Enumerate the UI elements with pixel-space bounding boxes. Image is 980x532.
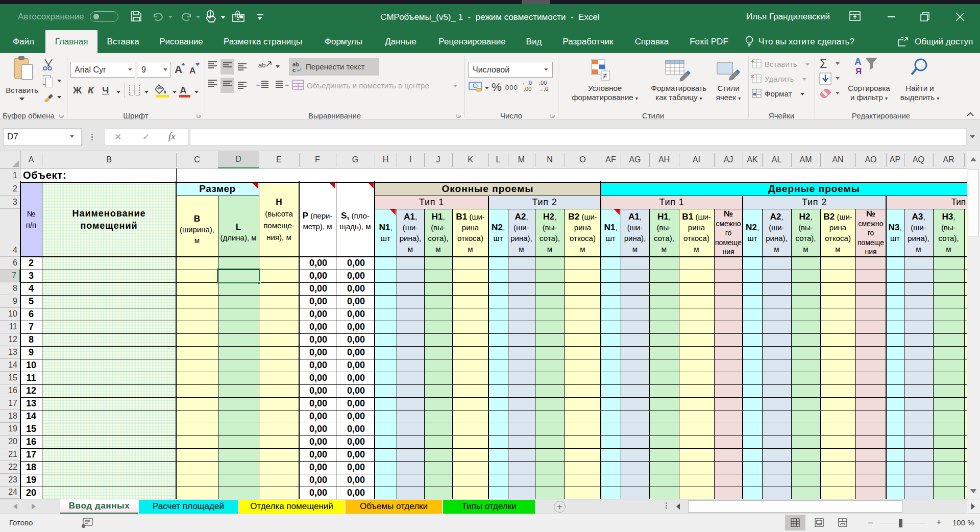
svg-text:≠: ≠ (603, 71, 607, 80)
